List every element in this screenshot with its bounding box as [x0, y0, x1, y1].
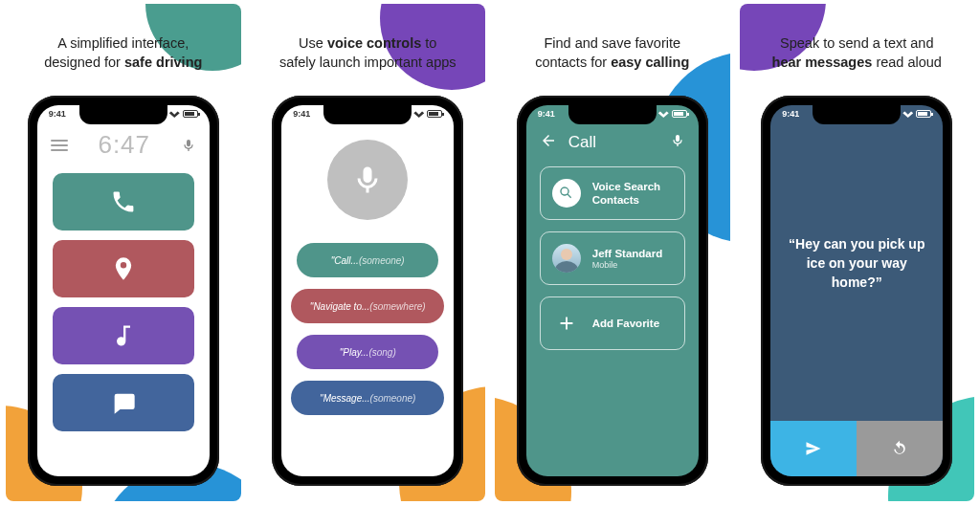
phone-notch: [813, 105, 901, 124]
voice-mic-button[interactable]: [327, 140, 408, 220]
voice-hint-call[interactable]: "Call...(someone): [297, 243, 438, 277]
voice-hint-message[interactable]: "Message...(someone): [291, 381, 444, 415]
phone-frame: 9:41 6:47: [28, 96, 219, 486]
voice-hint-play[interactable]: "Play...(song): [297, 335, 438, 369]
status-time: 9:41: [538, 109, 555, 119]
mic-icon[interactable]: [181, 138, 196, 153]
call-tile[interactable]: [53, 173, 194, 231]
promo-panel-2: Use voice controls to safely launch impo…: [251, 4, 486, 501]
contact-name: Jeff Standard: [592, 247, 663, 260]
status-time: 9:41: [49, 109, 66, 119]
back-icon[interactable]: [540, 132, 557, 153]
plus-icon: [552, 309, 581, 338]
mic-icon[interactable]: [670, 133, 685, 152]
retry-button[interactable]: [857, 421, 943, 476]
menu-icon[interactable]: [51, 140, 68, 151]
search-mic-icon: [552, 179, 581, 208]
panel-caption: Use voice controls to safely launch impo…: [264, 4, 472, 92]
voice-search-contacts[interactable]: Voice SearchContacts: [540, 166, 685, 220]
contact-type: Mobile: [592, 260, 663, 270]
phone-notch: [568, 105, 657, 124]
message-tile[interactable]: [53, 374, 194, 431]
phone-frame: 9:41 "Call...(someone) "Navigate to...(s…: [272, 96, 463, 486]
music-tile[interactable]: [53, 307, 194, 364]
phone-frame: 9:41 Call Voice SearchContacts: [517, 96, 708, 486]
phone-notch: [323, 105, 412, 124]
phone-frame: 9:41 “Hey can you pick up ice on your wa…: [761, 96, 952, 486]
promo-panel-4: Speak to send a text and hear messages r…: [740, 4, 975, 501]
navigate-tile[interactable]: [53, 240, 194, 297]
panel-caption: A simplified interface, designed for saf…: [29, 4, 217, 92]
panel-caption: Find and save favorite contacts for easy…: [520, 4, 704, 92]
page-title: Call: [568, 133, 658, 152]
contact-card[interactable]: Jeff Standard Mobile: [540, 231, 685, 285]
card-label: Voice SearchContacts: [592, 180, 660, 208]
transcribed-message: “Hey can you pick up ice on your way hom…: [770, 105, 943, 421]
avatar: [552, 244, 581, 273]
promo-panel-1: A simplified interface, designed for saf…: [6, 4, 241, 501]
card-label: Add Favorite: [592, 317, 659, 330]
clock-display: 6:47: [98, 130, 150, 160]
panel-caption: Speak to send a text and hear messages r…: [757, 4, 957, 92]
phone-notch: [79, 105, 167, 124]
status-time: 9:41: [293, 109, 310, 119]
add-favorite-button[interactable]: Add Favorite: [540, 296, 685, 350]
send-button[interactable]: [770, 421, 857, 476]
status-time: 9:41: [782, 109, 799, 119]
promo-panel-3: Find and save favorite contacts for easy…: [495, 4, 730, 501]
voice-hint-navigate[interactable]: "Navigate to...(somewhere): [291, 289, 444, 323]
